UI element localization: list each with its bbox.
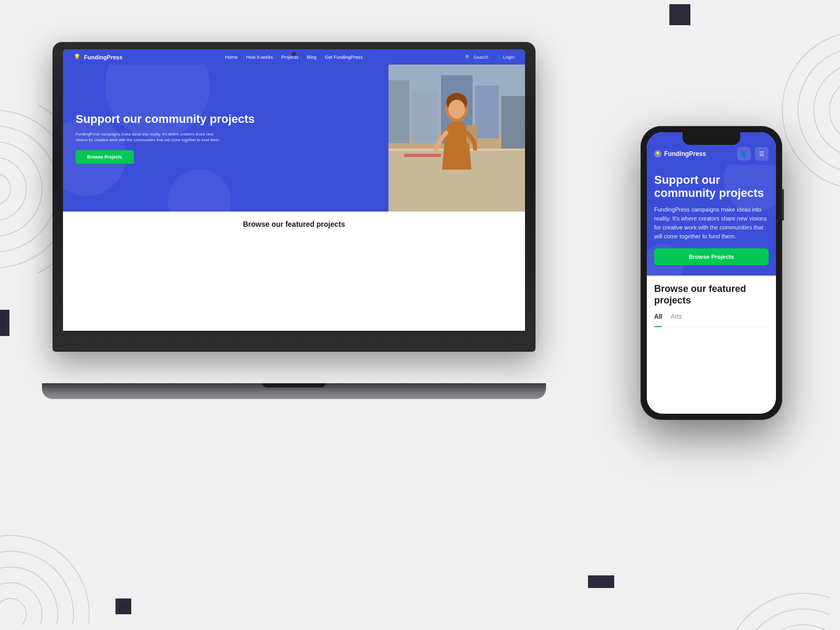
phone-logo-text: FundingPress bbox=[664, 150, 706, 158]
laptop-hinge bbox=[262, 383, 326, 387]
decor-square-2 bbox=[0, 310, 9, 336]
phone-user-button[interactable]: 👤 bbox=[737, 147, 751, 161]
laptop-base bbox=[42, 383, 546, 399]
phone-side-button bbox=[782, 189, 784, 220]
phone-tab-all[interactable]: All bbox=[654, 313, 662, 322]
svg-point-11 bbox=[782, 32, 840, 189]
decor-square-1 bbox=[669, 4, 690, 25]
laptop-featured-section: Browse our featured projects bbox=[63, 212, 525, 237]
search-icon: 🔍 bbox=[465, 55, 471, 60]
phone-browse-projects-button[interactable]: Browse Projects bbox=[654, 248, 769, 265]
laptop-hero-content: Support our community projects FundingPr… bbox=[63, 100, 525, 177]
svg-point-8 bbox=[830, 79, 840, 142]
phone-category-tabs: All Arts bbox=[654, 313, 769, 327]
phone-mockup: 💡 FundingPress 👤 ☰ bbox=[640, 126, 782, 420]
laptop-screen: 💡 FundingPress Home How it works Project… bbox=[63, 49, 525, 331]
laptop-browse-projects-button[interactable]: Browse Projects bbox=[76, 150, 134, 164]
svg-point-19 bbox=[756, 625, 830, 630]
phone-body: 💡 FundingPress 👤 ☰ bbox=[640, 126, 782, 420]
svg-point-20 bbox=[740, 609, 830, 630]
phone-screen: 💡 FundingPress 👤 ☰ bbox=[647, 132, 776, 414]
svg-point-21 bbox=[724, 593, 830, 630]
svg-point-13 bbox=[0, 583, 42, 625]
decor-square-3 bbox=[588, 575, 614, 588]
phone-hero-description: FundingPress campaigns make ideas into r… bbox=[654, 205, 769, 241]
svg-point-3 bbox=[0, 126, 58, 252]
laptop-nav-blog[interactable]: Blog bbox=[307, 55, 316, 60]
user-icon: 👤 bbox=[496, 55, 501, 60]
phone-hero-title: Support our community projects bbox=[654, 173, 769, 200]
laptop-logo-text: FundingPress bbox=[84, 54, 122, 60]
laptop-nav-projects[interactable]: Projects bbox=[281, 55, 299, 60]
laptop-section-title: Browse our featured projects bbox=[76, 220, 512, 228]
svg-point-9 bbox=[814, 63, 840, 158]
laptop-nav-right: 🔍 Search 👤 Login bbox=[465, 55, 514, 60]
laptop-hero-description: FundingPress campaigns make ideas into r… bbox=[76, 131, 223, 143]
laptop-camera bbox=[292, 52, 296, 56]
svg-point-0 bbox=[0, 173, 10, 205]
laptop-nav-get[interactable]: Get FundingPress bbox=[324, 55, 363, 60]
phone-logo-icon: 💡 bbox=[654, 150, 662, 158]
svg-point-12 bbox=[0, 598, 26, 625]
laptop-nav-home[interactable]: Home bbox=[225, 55, 238, 60]
laptop-hero: Support our community projects FundingPr… bbox=[63, 65, 525, 212]
phone-featured-section: Browse our featured projects All Arts bbox=[647, 276, 776, 334]
laptop-login-label: Login bbox=[503, 55, 514, 60]
phone-user-icon: 👤 bbox=[740, 151, 748, 158]
page-container: 💡 FundingPress Home How it works Project… bbox=[0, 0, 840, 630]
phone-tab-arts[interactable]: Arts bbox=[670, 313, 681, 322]
laptop-logo: 💡 FundingPress bbox=[74, 54, 122, 60]
svg-point-2 bbox=[0, 142, 42, 236]
laptop-search[interactable]: 🔍 Search bbox=[465, 55, 488, 60]
phone-hero: Support our community projects FundingPr… bbox=[647, 165, 776, 276]
phone-logo: 💡 FundingPress bbox=[654, 150, 706, 158]
laptop-mockup: 💡 FundingPress Home How it works Project… bbox=[52, 42, 556, 399]
laptop-hero-title: Support our community projects bbox=[76, 112, 512, 126]
phone-menu-button[interactable]: ☰ bbox=[755, 147, 769, 161]
svg-point-16 bbox=[0, 536, 89, 625]
svg-point-14 bbox=[0, 567, 58, 625]
laptop-search-label: Search bbox=[473, 55, 488, 60]
hamburger-icon: ☰ bbox=[759, 151, 764, 158]
circles-bottom-left bbox=[0, 478, 116, 614]
circles-bottom-right bbox=[672, 525, 808, 630]
laptop-login-button[interactable]: 👤 Login bbox=[496, 55, 514, 60]
svg-point-15 bbox=[0, 551, 74, 625]
phone-nav-icons: 👤 ☰ bbox=[737, 147, 769, 161]
phone-section-title: Browse our featured projects bbox=[654, 283, 769, 307]
decor-square-4 bbox=[116, 598, 131, 614]
laptop-body: 💡 FundingPress Home How it works Project… bbox=[52, 42, 536, 352]
svg-point-1 bbox=[0, 158, 26, 220]
svg-point-10 bbox=[798, 47, 840, 173]
laptop-screen-border: 💡 FundingPress Home How it works Project… bbox=[63, 49, 525, 331]
phone-notch bbox=[682, 132, 740, 145]
laptop-nav-howitworks[interactable]: How it works bbox=[246, 55, 273, 60]
